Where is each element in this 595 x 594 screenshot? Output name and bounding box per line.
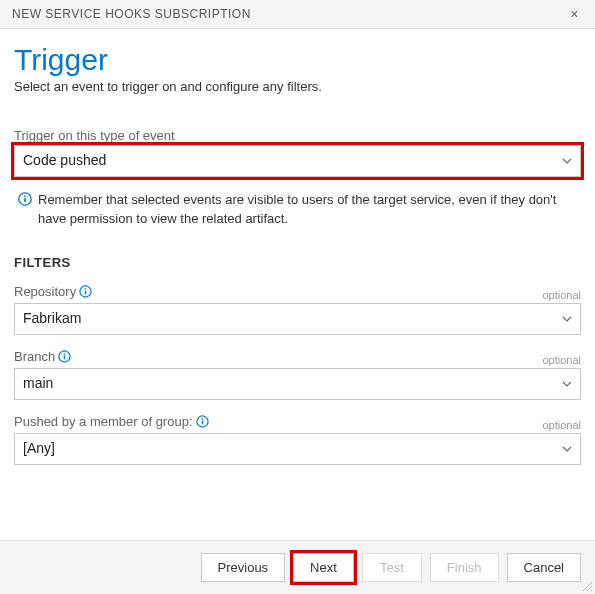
svg-rect-7 bbox=[64, 355, 65, 359]
svg-rect-10 bbox=[201, 420, 202, 424]
dialog-footer: Previous Next Test Finish Cancel bbox=[0, 540, 595, 594]
repository-label-text: Repository bbox=[14, 284, 76, 299]
resize-grip-icon[interactable] bbox=[581, 580, 593, 592]
group-label: Pushed by a member of group: bbox=[14, 414, 209, 429]
info-message-text: Remember that selected events are visibl… bbox=[38, 191, 581, 229]
page-subtitle: Select an event to trigger on and config… bbox=[14, 79, 581, 94]
dialog-title: NEW SERVICE HOOKS SUBSCRIPTION bbox=[12, 7, 251, 21]
group-label-text: Pushed by a member of group: bbox=[14, 414, 193, 429]
optional-label: optional bbox=[542, 354, 581, 366]
group-select[interactable]: [Any] bbox=[14, 433, 581, 465]
svg-rect-8 bbox=[64, 353, 65, 354]
branch-label: Branch bbox=[14, 349, 71, 364]
trigger-event-select-wrap: Code pushed bbox=[14, 145, 581, 177]
help-icon[interactable] bbox=[58, 350, 71, 363]
svg-line-14 bbox=[591, 590, 592, 591]
optional-label: optional bbox=[542, 419, 581, 431]
branch-select-wrap: main bbox=[14, 368, 581, 400]
test-button: Test bbox=[362, 553, 422, 582]
next-button[interactable]: Next bbox=[293, 553, 354, 582]
info-icon bbox=[18, 192, 32, 229]
filters-heading: FILTERS bbox=[14, 255, 581, 270]
dialog-content: Trigger Select an event to trigger on an… bbox=[0, 29, 595, 465]
trigger-event-select[interactable]: Code pushed bbox=[14, 145, 581, 177]
dialog-header: NEW SERVICE HOOKS SUBSCRIPTION × bbox=[0, 0, 595, 29]
page-title: Trigger bbox=[14, 43, 581, 77]
cancel-button[interactable]: Cancel bbox=[507, 553, 581, 582]
info-message-row: Remember that selected events are visibl… bbox=[18, 191, 581, 229]
svg-rect-4 bbox=[85, 290, 86, 294]
branch-select[interactable]: main bbox=[14, 368, 581, 400]
svg-rect-2 bbox=[24, 195, 26, 197]
branch-field-row: Branch optional bbox=[14, 349, 581, 366]
optional-label: optional bbox=[542, 289, 581, 301]
svg-line-12 bbox=[583, 582, 592, 591]
repository-select[interactable]: Fabrikam bbox=[14, 303, 581, 335]
svg-rect-5 bbox=[85, 288, 86, 289]
branch-label-text: Branch bbox=[14, 349, 55, 364]
help-icon[interactable] bbox=[79, 285, 92, 298]
svg-rect-11 bbox=[201, 418, 202, 419]
svg-rect-1 bbox=[24, 198, 26, 202]
finish-button: Finish bbox=[430, 553, 499, 582]
previous-button[interactable]: Previous bbox=[201, 553, 286, 582]
group-field-row: Pushed by a member of group: optional bbox=[14, 414, 581, 431]
help-icon[interactable] bbox=[196, 415, 209, 428]
group-select-wrap: [Any] bbox=[14, 433, 581, 465]
repository-field-row: Repository optional bbox=[14, 284, 581, 301]
trigger-event-label: Trigger on this type of event bbox=[14, 128, 581, 143]
close-icon[interactable]: × bbox=[566, 6, 583, 22]
repository-select-wrap: Fabrikam bbox=[14, 303, 581, 335]
repository-label: Repository bbox=[14, 284, 92, 299]
